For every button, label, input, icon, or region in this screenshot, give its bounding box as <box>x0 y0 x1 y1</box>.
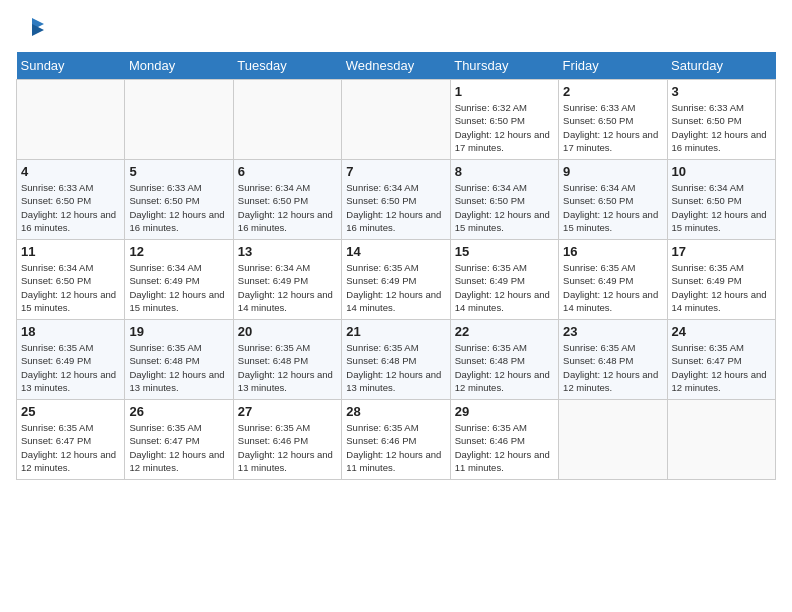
day-number: 4 <box>21 164 120 179</box>
day-info: Sunrise: 6:35 AM Sunset: 6:47 PM Dayligh… <box>129 421 228 474</box>
day-info: Sunrise: 6:34 AM Sunset: 6:50 PM Dayligh… <box>238 181 337 234</box>
day-number: 24 <box>672 324 771 339</box>
calendar-table: SundayMondayTuesdayWednesdayThursdayFrid… <box>16 52 776 480</box>
day-info: Sunrise: 6:35 AM Sunset: 6:49 PM Dayligh… <box>455 261 554 314</box>
logo <box>16 16 46 44</box>
day-number: 19 <box>129 324 228 339</box>
day-number: 22 <box>455 324 554 339</box>
day-number: 29 <box>455 404 554 419</box>
day-info: Sunrise: 6:35 AM Sunset: 6:49 PM Dayligh… <box>563 261 662 314</box>
day-info: Sunrise: 6:34 AM Sunset: 6:50 PM Dayligh… <box>563 181 662 234</box>
weekday-header-saturday: Saturday <box>667 52 775 80</box>
calendar-cell: 9Sunrise: 6:34 AM Sunset: 6:50 PM Daylig… <box>559 160 667 240</box>
calendar-cell: 22Sunrise: 6:35 AM Sunset: 6:48 PM Dayli… <box>450 320 558 400</box>
day-number: 10 <box>672 164 771 179</box>
calendar-header: SundayMondayTuesdayWednesdayThursdayFrid… <box>17 52 776 80</box>
day-number: 15 <box>455 244 554 259</box>
calendar-week-row: 18Sunrise: 6:35 AM Sunset: 6:49 PM Dayli… <box>17 320 776 400</box>
calendar-cell: 25Sunrise: 6:35 AM Sunset: 6:47 PM Dayli… <box>17 400 125 480</box>
day-info: Sunrise: 6:33 AM Sunset: 6:50 PM Dayligh… <box>21 181 120 234</box>
day-number: 26 <box>129 404 228 419</box>
weekday-header-wednesday: Wednesday <box>342 52 450 80</box>
calendar-cell: 12Sunrise: 6:34 AM Sunset: 6:49 PM Dayli… <box>125 240 233 320</box>
day-number: 27 <box>238 404 337 419</box>
day-info: Sunrise: 6:35 AM Sunset: 6:46 PM Dayligh… <box>455 421 554 474</box>
logo-flag-icon <box>18 16 46 44</box>
calendar-cell: 1Sunrise: 6:32 AM Sunset: 6:50 PM Daylig… <box>450 80 558 160</box>
calendar-cell <box>125 80 233 160</box>
weekday-header-friday: Friday <box>559 52 667 80</box>
day-info: Sunrise: 6:35 AM Sunset: 6:48 PM Dayligh… <box>346 341 445 394</box>
day-info: Sunrise: 6:34 AM Sunset: 6:49 PM Dayligh… <box>129 261 228 314</box>
weekday-header-sunday: Sunday <box>17 52 125 80</box>
day-info: Sunrise: 6:35 AM Sunset: 6:47 PM Dayligh… <box>672 341 771 394</box>
calendar-cell: 16Sunrise: 6:35 AM Sunset: 6:49 PM Dayli… <box>559 240 667 320</box>
calendar-week-row: 25Sunrise: 6:35 AM Sunset: 6:47 PM Dayli… <box>17 400 776 480</box>
day-number: 3 <box>672 84 771 99</box>
calendar-week-row: 1Sunrise: 6:32 AM Sunset: 6:50 PM Daylig… <box>17 80 776 160</box>
calendar-body: 1Sunrise: 6:32 AM Sunset: 6:50 PM Daylig… <box>17 80 776 480</box>
calendar-cell: 23Sunrise: 6:35 AM Sunset: 6:48 PM Dayli… <box>559 320 667 400</box>
calendar-cell: 17Sunrise: 6:35 AM Sunset: 6:49 PM Dayli… <box>667 240 775 320</box>
calendar-week-row: 4Sunrise: 6:33 AM Sunset: 6:50 PM Daylig… <box>17 160 776 240</box>
calendar-cell <box>559 400 667 480</box>
day-number: 25 <box>21 404 120 419</box>
calendar-cell: 15Sunrise: 6:35 AM Sunset: 6:49 PM Dayli… <box>450 240 558 320</box>
page-header <box>16 16 776 44</box>
calendar-cell: 3Sunrise: 6:33 AM Sunset: 6:50 PM Daylig… <box>667 80 775 160</box>
day-number: 23 <box>563 324 662 339</box>
day-info: Sunrise: 6:35 AM Sunset: 6:49 PM Dayligh… <box>346 261 445 314</box>
calendar-cell: 24Sunrise: 6:35 AM Sunset: 6:47 PM Dayli… <box>667 320 775 400</box>
day-number: 12 <box>129 244 228 259</box>
day-number: 6 <box>238 164 337 179</box>
calendar-cell: 2Sunrise: 6:33 AM Sunset: 6:50 PM Daylig… <box>559 80 667 160</box>
day-info: Sunrise: 6:34 AM Sunset: 6:50 PM Dayligh… <box>346 181 445 234</box>
calendar-cell: 29Sunrise: 6:35 AM Sunset: 6:46 PM Dayli… <box>450 400 558 480</box>
calendar-cell: 8Sunrise: 6:34 AM Sunset: 6:50 PM Daylig… <box>450 160 558 240</box>
day-info: Sunrise: 6:35 AM Sunset: 6:49 PM Dayligh… <box>672 261 771 314</box>
day-info: Sunrise: 6:35 AM Sunset: 6:49 PM Dayligh… <box>21 341 120 394</box>
day-number: 9 <box>563 164 662 179</box>
day-info: Sunrise: 6:32 AM Sunset: 6:50 PM Dayligh… <box>455 101 554 154</box>
day-number: 21 <box>346 324 445 339</box>
calendar-cell <box>667 400 775 480</box>
day-number: 28 <box>346 404 445 419</box>
day-info: Sunrise: 6:34 AM Sunset: 6:50 PM Dayligh… <box>21 261 120 314</box>
calendar-cell: 27Sunrise: 6:35 AM Sunset: 6:46 PM Dayli… <box>233 400 341 480</box>
calendar-cell: 6Sunrise: 6:34 AM Sunset: 6:50 PM Daylig… <box>233 160 341 240</box>
calendar-cell <box>17 80 125 160</box>
calendar-cell: 28Sunrise: 6:35 AM Sunset: 6:46 PM Dayli… <box>342 400 450 480</box>
day-info: Sunrise: 6:33 AM Sunset: 6:50 PM Dayligh… <box>672 101 771 154</box>
day-number: 8 <box>455 164 554 179</box>
day-info: Sunrise: 6:35 AM Sunset: 6:48 PM Dayligh… <box>563 341 662 394</box>
calendar-cell: 19Sunrise: 6:35 AM Sunset: 6:48 PM Dayli… <box>125 320 233 400</box>
day-info: Sunrise: 6:35 AM Sunset: 6:47 PM Dayligh… <box>21 421 120 474</box>
day-info: Sunrise: 6:34 AM Sunset: 6:50 PM Dayligh… <box>672 181 771 234</box>
calendar-cell: 7Sunrise: 6:34 AM Sunset: 6:50 PM Daylig… <box>342 160 450 240</box>
day-info: Sunrise: 6:33 AM Sunset: 6:50 PM Dayligh… <box>129 181 228 234</box>
calendar-cell: 20Sunrise: 6:35 AM Sunset: 6:48 PM Dayli… <box>233 320 341 400</box>
day-number: 14 <box>346 244 445 259</box>
day-number: 16 <box>563 244 662 259</box>
day-info: Sunrise: 6:34 AM Sunset: 6:49 PM Dayligh… <box>238 261 337 314</box>
calendar-cell: 5Sunrise: 6:33 AM Sunset: 6:50 PM Daylig… <box>125 160 233 240</box>
calendar-cell <box>233 80 341 160</box>
day-number: 18 <box>21 324 120 339</box>
day-info: Sunrise: 6:35 AM Sunset: 6:46 PM Dayligh… <box>346 421 445 474</box>
calendar-cell: 21Sunrise: 6:35 AM Sunset: 6:48 PM Dayli… <box>342 320 450 400</box>
day-info: Sunrise: 6:35 AM Sunset: 6:48 PM Dayligh… <box>129 341 228 394</box>
day-info: Sunrise: 6:34 AM Sunset: 6:50 PM Dayligh… <box>455 181 554 234</box>
weekday-header-thursday: Thursday <box>450 52 558 80</box>
day-number: 20 <box>238 324 337 339</box>
day-number: 13 <box>238 244 337 259</box>
weekday-header-tuesday: Tuesday <box>233 52 341 80</box>
calendar-cell: 26Sunrise: 6:35 AM Sunset: 6:47 PM Dayli… <box>125 400 233 480</box>
day-number: 1 <box>455 84 554 99</box>
day-info: Sunrise: 6:33 AM Sunset: 6:50 PM Dayligh… <box>563 101 662 154</box>
day-number: 17 <box>672 244 771 259</box>
day-info: Sunrise: 6:35 AM Sunset: 6:48 PM Dayligh… <box>238 341 337 394</box>
day-number: 5 <box>129 164 228 179</box>
calendar-cell <box>342 80 450 160</box>
calendar-cell: 10Sunrise: 6:34 AM Sunset: 6:50 PM Dayli… <box>667 160 775 240</box>
day-number: 7 <box>346 164 445 179</box>
